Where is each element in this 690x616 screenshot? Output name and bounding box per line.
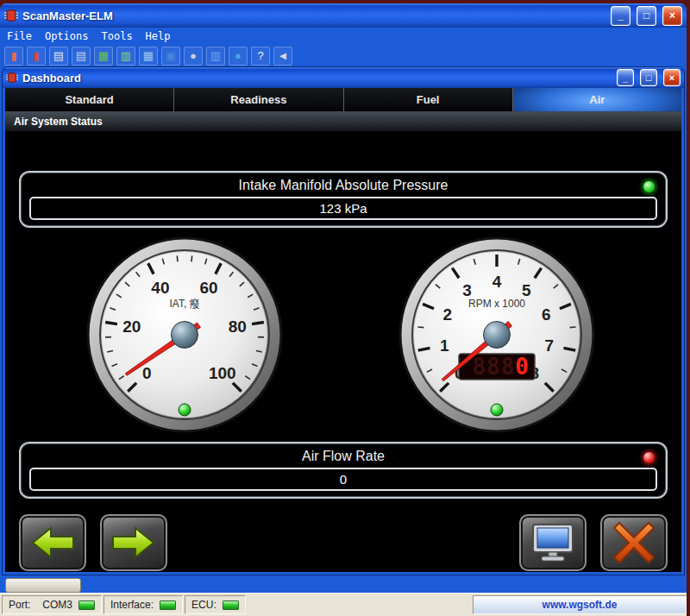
open-icon-glyph: ▤ bbox=[53, 50, 64, 61]
chart-icon[interactable]: ▥ bbox=[206, 47, 225, 66]
imap-value: 123 kPa bbox=[29, 197, 657, 220]
next-button[interactable] bbox=[100, 514, 167, 571]
dashboard-close-window-button[interactable]: × bbox=[663, 69, 681, 86]
help-icon-glyph: ? bbox=[257, 50, 263, 61]
maximize-button[interactable]: □ bbox=[637, 6, 656, 26]
imap-status-led bbox=[643, 180, 656, 193]
svg-text:IAT, 癈: IAT, 癈 bbox=[169, 298, 199, 310]
svg-text:RPM x 1000: RPM x 1000 bbox=[468, 298, 525, 310]
meter-icon[interactable]: ● bbox=[184, 47, 203, 66]
status-port-cell: Port: COM3 bbox=[2, 595, 102, 614]
svg-text:4: 4 bbox=[492, 273, 502, 291]
grid-icon[interactable]: ▦ bbox=[94, 47, 113, 66]
open-icon[interactable]: ▤ bbox=[49, 47, 68, 66]
table-icon[interactable]: ▦ bbox=[139, 47, 158, 66]
port-status-led bbox=[78, 600, 95, 610]
prev-button[interactable] bbox=[19, 514, 86, 571]
arrow-left-icon bbox=[30, 525, 75, 560]
svg-text:0: 0 bbox=[142, 364, 152, 382]
chip-icon-glyph: ▮ bbox=[33, 50, 39, 61]
tab-fuel[interactable]: Fuel bbox=[344, 88, 513, 111]
status-spacer bbox=[246, 594, 471, 616]
menu-file[interactable]: File bbox=[7, 30, 32, 42]
svg-text:100: 100 bbox=[209, 364, 236, 382]
airflow-panel-title: Air Flow Rate bbox=[29, 447, 657, 466]
minimize-button[interactable]: _ bbox=[611, 6, 630, 26]
tab-readiness[interactable]: Readiness bbox=[174, 88, 343, 111]
tab-standard[interactable]: Standard bbox=[5, 88, 174, 111]
chart-icon-glyph: ▥ bbox=[210, 50, 221, 61]
svg-text:20: 20 bbox=[122, 317, 141, 336]
wgsoft-link[interactable]: www.wgsoft.de bbox=[543, 599, 618, 611]
dashboard-close-button[interactable] bbox=[600, 514, 668, 571]
svg-text:40: 40 bbox=[151, 279, 169, 297]
save-icon[interactable]: ▤ bbox=[72, 47, 91, 66]
dashboard-window: Dashboard _ □ × StandardReadinessFuelAir… bbox=[2, 66, 685, 575]
list-icon[interactable]: ▥ bbox=[116, 47, 135, 66]
meter-icon-glyph: ● bbox=[190, 50, 197, 61]
ecu-label: ECU: bbox=[191, 599, 216, 611]
toolbar: ▮▮▤▤▦▥▦▣●▥●?◄ bbox=[0, 45, 687, 66]
section-title: Air System Status bbox=[5, 112, 681, 131]
app-chip-icon bbox=[4, 9, 18, 22]
menu-help[interactable]: Help bbox=[146, 30, 171, 42]
menu-options[interactable]: Options bbox=[45, 30, 89, 42]
monitor-icon bbox=[530, 523, 576, 563]
arrow-right-icon bbox=[111, 525, 156, 560]
interface-label: Interface: bbox=[110, 599, 154, 611]
dashboard-icon[interactable]: ▣ bbox=[161, 47, 180, 66]
dashboard-restore-button[interactable]: □ bbox=[640, 69, 657, 86]
exit-icon[interactable]: ◄ bbox=[273, 47, 292, 66]
main-client-area bbox=[0, 575, 687, 593]
imap-panel-title: Intake Manifold Absolute Pressure bbox=[29, 176, 657, 195]
scanmaster-window: ScanMaster-ELM _ □ × FileOptionsToolsHel… bbox=[0, 3, 687, 616]
dashboard-chip-icon bbox=[6, 72, 18, 83]
svg-text:80: 80 bbox=[229, 317, 247, 336]
svg-text:6: 6 bbox=[542, 305, 551, 324]
monitor-button[interactable] bbox=[519, 514, 586, 571]
dashboard-minimize-button[interactable]: _ bbox=[617, 69, 634, 86]
svg-text:1: 1 bbox=[440, 336, 449, 355]
status-link-cell: www.wgsoft.de bbox=[473, 595, 687, 614]
chip-icon[interactable]: ▮ bbox=[27, 47, 46, 66]
menu-tools[interactable]: Tools bbox=[101, 30, 132, 42]
airflow-value: 0 bbox=[29, 468, 657, 491]
svg-text:8880: 8880 bbox=[472, 354, 530, 380]
close-x-icon bbox=[612, 521, 656, 564]
exit-icon-glyph: ◄ bbox=[278, 50, 289, 61]
help-icon[interactable]: ? bbox=[251, 47, 270, 66]
port-label: Port: bbox=[9, 599, 30, 611]
tab-bar: StandardReadinessFuelAir bbox=[5, 88, 681, 112]
connect-icon[interactable]: ▮ bbox=[4, 47, 23, 66]
dashboard-title: Dashboard bbox=[22, 72, 611, 85]
status-bar: Port: COM3 Interface: ECU: www.wgsoft.de bbox=[0, 593, 687, 616]
svg-text:60: 60 bbox=[200, 279, 218, 297]
dashboard-icon-glyph: ▣ bbox=[166, 50, 176, 61]
close-button[interactable]: × bbox=[662, 6, 682, 26]
info-icon[interactable]: ● bbox=[229, 47, 248, 66]
imap-panel: Intake Manifold Absolute Pressure 123 kP… bbox=[19, 171, 668, 228]
grid-icon-glyph: ▦ bbox=[98, 50, 109, 61]
main-window-title: ScanMaster-ELM bbox=[22, 9, 605, 22]
status-interface-cell: Interface: bbox=[104, 595, 183, 614]
save-icon-glyph: ▤ bbox=[76, 50, 86, 61]
dashboard-buttons bbox=[5, 514, 681, 571]
table-icon-glyph: ▦ bbox=[143, 50, 154, 61]
menu-bar: FileOptionsToolsHelp bbox=[0, 28, 687, 45]
port-value: COM3 bbox=[42, 599, 72, 611]
main-titlebar[interactable]: ScanMaster-ELM _ □ × bbox=[0, 3, 687, 28]
svg-text:7: 7 bbox=[545, 336, 555, 355]
dashboard-titlebar[interactable]: Dashboard _ □ × bbox=[3, 67, 684, 88]
tab-air[interactable]: Air bbox=[513, 88, 681, 111]
gauge-row: 020406080100IAT, 癈012345678RPM x 1000888… bbox=[5, 235, 681, 435]
background-panel-tab[interactable] bbox=[5, 578, 81, 593]
svg-text:2: 2 bbox=[442, 305, 452, 324]
airflow-status-led bbox=[643, 451, 656, 464]
dashboard-client: StandardReadinessFuelAir Air System Stat… bbox=[5, 88, 681, 572]
airflow-panel: Air Flow Rate 0 bbox=[19, 442, 668, 499]
ecu-status-led bbox=[223, 600, 239, 610]
interface-status-led bbox=[160, 600, 176, 610]
status-ecu-cell: ECU: bbox=[185, 595, 246, 614]
gauge-rpm: 012345678RPM x 10008880 bbox=[397, 235, 597, 435]
gauge-iat: 020406080100IAT, 癈 bbox=[85, 235, 285, 435]
